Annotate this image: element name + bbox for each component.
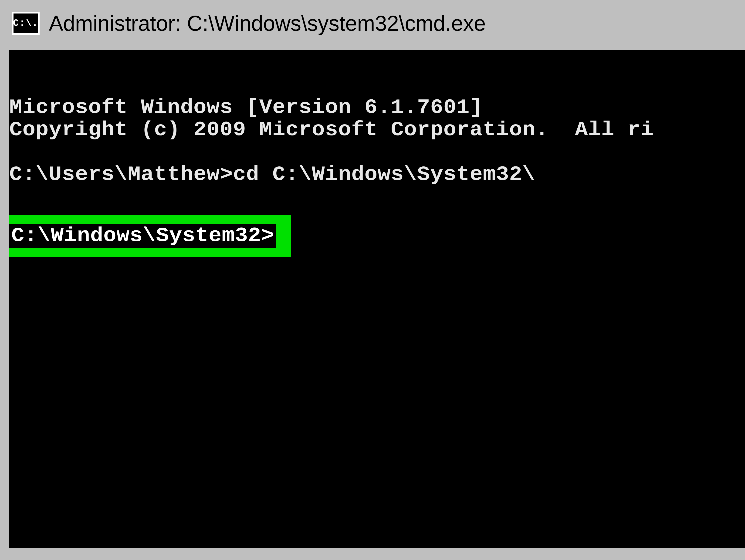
console-area[interactable]: Microsoft Windows [Version 6.1.7601]Copy… (9, 50, 745, 548)
cmd-window: C:\. Administrator: C:\Windows\system32\… (0, 0, 745, 560)
window-title: Administrator: C:\Windows\system32\cmd.e… (49, 11, 486, 36)
command-line: C:\Users\Matthew>cd C:\Windows\System32\ (9, 163, 745, 186)
highlight-annotation: C:\Windows\System32> (9, 215, 291, 257)
current-prompt: C:\Windows\System32> (9, 224, 277, 248)
blank-line (9, 186, 745, 208)
version-line: Microsoft Windows [Version 6.1.7601] (9, 96, 745, 119)
cmd-icon: C:\. (12, 12, 40, 35)
console-output: Microsoft Windows [Version 6.1.7601]Copy… (9, 50, 745, 253)
copyright-line: Copyright (c) 2009 Microsoft Corporation… (9, 119, 745, 141)
blank-line (9, 141, 745, 163)
titlebar[interactable]: C:\. Administrator: C:\Windows\system32\… (0, 0, 745, 46)
cmd-icon-label: C:\. (13, 18, 38, 29)
